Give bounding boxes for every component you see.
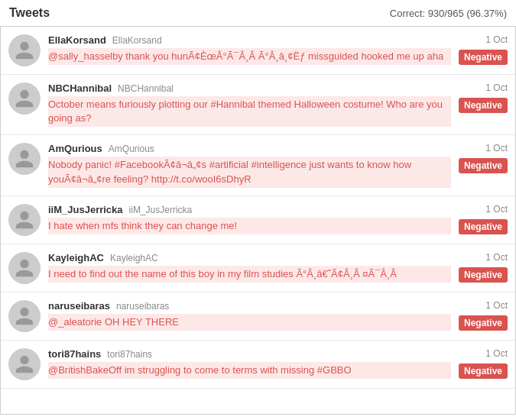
tweet-meta: iiM_JusJerricka iiM_JusJerricka [48, 204, 451, 215]
tweet-date: 1 Oct [485, 82, 508, 93]
sentiment-badge[interactable]: Negative [459, 315, 508, 331]
table-row: AmQurious AmQurious Nobody panic! #Faceb… [1, 135, 515, 195]
table-row: EllaKorsand EllaKorsand @sally_hasselby … [1, 27, 515, 75]
tweet-handle: EllaKorsand [112, 35, 162, 46]
sentiment-badge[interactable]: Negative [459, 267, 508, 283]
tweet-handle: iiM_JusJerricka [129, 205, 193, 215]
sentiment-badge[interactable]: Negative [459, 363, 508, 379]
tweet-text: Nobody panic! #FacebookÃ¢â¬â„¢s #artific… [48, 157, 451, 187]
sentiment-badge[interactable]: Negative [459, 158, 508, 173]
tweet-username: EllaKorsand [48, 34, 106, 46]
tweet-text: October means furiously plotting our #Ha… [48, 96, 451, 127]
tweet-username: KayleighAC [48, 252, 104, 263]
tweet-meta: tori87hains tori87hains [48, 348, 451, 360]
tweet-body: NBCHannibal NBCHannibal October means fu… [48, 82, 451, 127]
table-row: KayleighAC KayleighAC I need to find out… [1, 244, 515, 292]
tweet-handle: tori87hains [107, 349, 152, 360]
tweet-right: 1 Oct Negative [459, 34, 508, 65]
tweet-username: tori87hains [48, 348, 101, 360]
tweet-text: I hate when mfs think they can change me… [48, 218, 451, 234]
tweet-body: EllaKorsand EllaKorsand @sally_hasselby … [48, 34, 451, 65]
page-title: Tweets [9, 6, 50, 20]
avatar [8, 204, 41, 236]
tweet-meta: NBCHannibal NBCHannibal [48, 82, 451, 94]
tweet-username: naruseibaras [48, 300, 110, 312]
tweet-meta: EllaKorsand EllaKorsand [48, 34, 451, 46]
sentiment-badge[interactable]: Negative [459, 50, 508, 65]
avatar [8, 143, 41, 175]
tweet-handle: AmQurious [109, 144, 154, 154]
tweets-header: Tweets Correct: 930/965 (96.37%) [0, 0, 516, 27]
tweet-text: I need to find out the name of this boy … [48, 266, 451, 283]
tweet-handle: KayleighAC [110, 253, 158, 263]
tweet-date: 1 Oct [485, 348, 508, 359]
tweet-username: NBCHannibal [48, 82, 112, 94]
tweet-handle: NBCHannibal [118, 83, 174, 94]
tweet-username: AmQurious [48, 143, 102, 154]
avatar [8, 252, 41, 284]
tweets-list[interactable]: EllaKorsand EllaKorsand @sally_hasselby … [0, 27, 516, 415]
tweet-right: 1 Oct Negative [459, 252, 508, 283]
avatar [8, 82, 41, 115]
avatar [8, 300, 41, 332]
table-row: tori87hains tori87hains @BritishBakeOff … [1, 341, 515, 389]
sentiment-badge[interactable]: Negative [459, 219, 508, 234]
tweet-right: 1 Oct Negative [459, 82, 508, 113]
tweet-date: 1 Oct [485, 34, 508, 45]
tweet-date: 1 Oct [485, 204, 508, 215]
tweet-text: @sally_hasselby thank you hunÃ¢ÈœÂ°Ã¯Â¸Â… [48, 48, 451, 65]
avatar [8, 348, 41, 380]
tweet-text: @BritishBakeOff im struggling to come to… [48, 362, 451, 379]
tweet-right: 1 Oct Negative [459, 300, 508, 331]
tweet-date: 1 Oct [485, 300, 508, 311]
table-row: NBCHannibal NBCHannibal October means fu… [1, 75, 515, 135]
tweet-right: 1 Oct Negative [459, 348, 508, 379]
tweet-handle: naruseibaras [116, 301, 169, 312]
tweet-body: AmQurious AmQurious Nobody panic! #Faceb… [48, 143, 451, 187]
table-row: naruseibaras naruseibaras @_aleatorie OH… [1, 292, 515, 341]
sentiment-badge[interactable]: Negative [459, 98, 508, 113]
avatar [8, 34, 41, 66]
tweet-date: 1 Oct [485, 252, 508, 263]
tweet-right: 1 Oct Negative [459, 143, 508, 173]
tweet-body: KayleighAC KayleighAC I need to find out… [48, 252, 451, 283]
tweet-meta: KayleighAC KayleighAC [48, 252, 451, 263]
tweet-body: iiM_JusJerricka iiM_JusJerricka I hate w… [48, 204, 451, 234]
tweet-meta: naruseibaras naruseibaras [48, 300, 451, 312]
tweet-body: tori87hains tori87hains @BritishBakeOff … [48, 348, 451, 379]
tweet-right: 1 Oct Negative [459, 204, 508, 234]
tweet-meta: AmQurious AmQurious [48, 143, 451, 154]
correct-stats: Correct: 930/965 (96.37%) [390, 8, 507, 19]
tweet-date: 1 Oct [485, 143, 508, 153]
tweet-username: iiM_JusJerricka [48, 204, 123, 215]
tweet-text: @_aleatorie OH HEY THERE [48, 314, 451, 331]
table-row: iiM_JusJerricka iiM_JusJerricka I hate w… [1, 196, 515, 244]
tweet-body: naruseibaras naruseibaras @_aleatorie OH… [48, 300, 451, 331]
